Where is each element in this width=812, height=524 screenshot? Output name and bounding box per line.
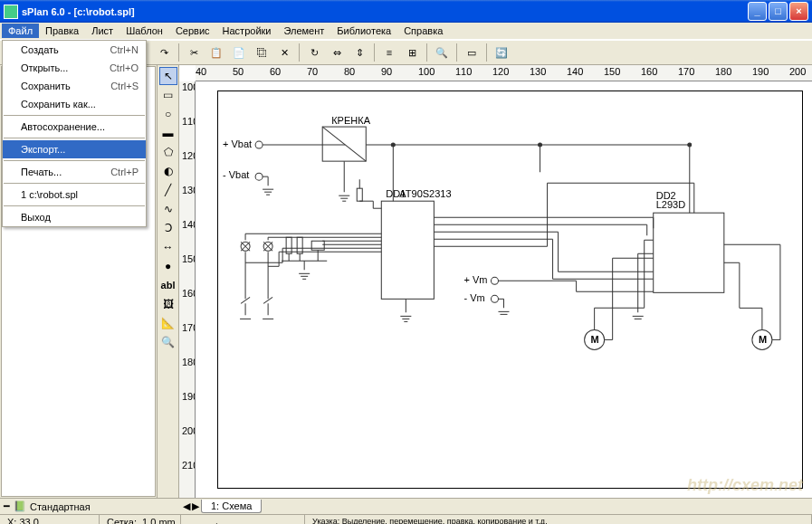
svg-text:КРЕНКА: КРЕНКА [331, 115, 370, 126]
sheet-next[interactable]: ▶ [192, 500, 199, 512]
app-icon [4, 5, 18, 19]
svg-point-16 [391, 143, 395, 147]
circle-tool[interactable]: ○ [159, 105, 177, 123]
center-button[interactable]: ⊞ [402, 43, 422, 62]
menu-bar: Файл Правка Лист Шаблон Сервис Настройки… [0, 23, 812, 40]
menu-template[interactable]: Шаблон [119, 24, 169, 38]
menu-element[interactable]: Элемент [277, 24, 330, 38]
text-tool[interactable]: abl [159, 276, 177, 294]
maximize-button[interactable]: □ [769, 2, 788, 21]
svg-text:- Vbat: - Vbat [223, 169, 249, 180]
svg-text:- Vm: - Vm [463, 292, 484, 303]
menu-help[interactable]: Справка [397, 24, 449, 38]
menu-item[interactable]: Выход [3, 208, 146, 226]
drawing-canvas[interactable]: + Vbat - Vbat КРЕНКА DD1 AT90S2313 DD2 L… [196, 81, 812, 498]
minimize-button[interactable]: _ [748, 2, 767, 21]
window-title: sPlan 6.0 - [c:\robot.spl] [22, 6, 748, 17]
measure-tool[interactable]: 📐 [159, 314, 177, 332]
svg-point-73 [491, 277, 498, 284]
menu-sheet[interactable]: Лист [85, 24, 119, 38]
svg-rect-29 [286, 237, 291, 253]
refresh-button[interactable]: 🔄 [492, 43, 511, 62]
rect-tool[interactable]: ▭ [159, 86, 177, 104]
lineweight-icon[interactable]: ━ [4, 500, 10, 512]
align-button[interactable]: ≡ [379, 43, 399, 62]
schematic-drawing: + Vbat - Vbat КРЕНКА DD1 AT90S2313 DD2 L… [196, 81, 812, 485]
redo-button[interactable]: ↷ [154, 43, 174, 62]
close-button[interactable]: × [789, 2, 808, 21]
status-xy: X: 33,0 Y: 112,0 [0, 515, 100, 524]
layer-button[interactable]: ▭ [462, 43, 482, 62]
svg-text:+ Vm: + Vm [463, 274, 487, 285]
menu-item[interactable]: СоздатьCtrl+N [3, 41, 146, 59]
svg-text:AT90S2313: AT90S2313 [399, 188, 451, 199]
menu-item[interactable]: Печать...Ctrl+P [3, 163, 146, 181]
sheet-tab[interactable]: 1: Схема [201, 500, 262, 513]
menu-item[interactable]: 1 c:\robot.spl [3, 186, 146, 204]
horizontal-ruler: 4050607080901001101201301401501601701801… [196, 65, 812, 81]
menu-edit[interactable]: Правка [39, 24, 85, 38]
status-hint: Указка: Выделение, перемещение, правка, … [305, 515, 812, 524]
svg-text:M: M [591, 334, 599, 345]
svg-text:M: M [759, 334, 767, 345]
special-tool[interactable]: ◐ [159, 162, 177, 180]
line-tool[interactable]: ╱ [159, 181, 177, 199]
duplicate-button[interactable]: ⿻ [252, 43, 272, 62]
menu-item[interactable]: Сохранить как... [3, 95, 146, 113]
tool-palette: ↖ ▭ ○ ▬ ⬠ ◐ ╱ ∿ Ɔ ↔ ● abl 🖼 📐 🔍 [158, 65, 179, 498]
status-grid: Сетка: 1,0 mm Лупа: 1,86 [100, 515, 181, 524]
svg-line-9 [322, 127, 366, 161]
poly-tool[interactable]: ⬠ [159, 143, 177, 161]
svg-point-85 [688, 143, 692, 147]
canvas-area: 4050607080901001101201301401501601701801… [179, 65, 812, 498]
svg-text:L293D: L293D [656, 199, 685, 210]
mirror-v-button[interactable]: ⇕ [349, 43, 369, 62]
bottom-tabs: ━ 📗 Стандартная ◀ ▶ 1: Схема [0, 498, 812, 514]
fillrect-tool[interactable]: ▬ [159, 124, 177, 142]
menu-library[interactable]: Библиотека [330, 24, 397, 38]
bezier-tool[interactable]: Ɔ [159, 219, 177, 237]
svg-rect-19 [381, 201, 434, 299]
zoom-tool[interactable]: 🔍 [159, 333, 177, 351]
svg-text:+ Vbat: + Vbat [223, 138, 252, 149]
menu-item[interactable]: Автосохранение... [3, 118, 146, 136]
watermark: http://cxem.net [687, 476, 803, 495]
file-menu-dropdown: СоздатьCtrl+NОткрыть...Ctrl+OСохранитьCt… [2, 40, 147, 227]
menu-settings[interactable]: Настройки [216, 24, 278, 38]
curve-tool[interactable]: ∿ [159, 200, 177, 218]
svg-point-2 [255, 173, 263, 180]
delete-button[interactable]: ✕ [274, 43, 294, 62]
dimension-tool[interactable]: ↔ [159, 238, 177, 256]
svg-rect-82 [654, 213, 724, 292]
svg-point-77 [491, 295, 498, 302]
cut-button[interactable]: ✂ [184, 43, 204, 62]
sheet-prev[interactable]: ◀ [183, 500, 190, 512]
lib-icon[interactable]: 📗 [14, 500, 26, 512]
menu-item[interactable]: СохранитьCtrl+S [3, 77, 146, 95]
menu-item[interactable]: Открыть...Ctrl+O [3, 59, 146, 77]
status-bar: X: 33,0 Y: 112,0 Сетка: 1,0 mm Лупа: 1,8… [0, 514, 812, 524]
vertical-ruler: 100110120130140150160170180190200210 [179, 81, 196, 498]
search-button[interactable]: 🔍 [432, 43, 452, 62]
paste-button[interactable]: 📄 [229, 43, 249, 62]
pointer-tool[interactable]: ↖ [159, 67, 177, 85]
menu-item[interactable]: Экспорт... [3, 140, 146, 158]
copy-button[interactable]: 📋 [206, 43, 226, 62]
menu-service[interactable]: Сервис [169, 24, 216, 38]
node-tool[interactable]: ● [159, 257, 177, 275]
title-bar: sPlan 6.0 - [c:\robot.spl] _ □ × [0, 0, 812, 23]
svg-rect-30 [297, 237, 302, 253]
image-tool[interactable]: 🖼 [159, 295, 177, 313]
svg-point-0 [255, 141, 263, 148]
svg-rect-20 [357, 188, 362, 201]
mirror-h-button[interactable]: ⇔ [327, 43, 347, 62]
rotate-button[interactable]: ↻ [304, 43, 324, 62]
lib-name: Стандартная [30, 501, 91, 512]
menu-file[interactable]: Файл [2, 24, 39, 38]
